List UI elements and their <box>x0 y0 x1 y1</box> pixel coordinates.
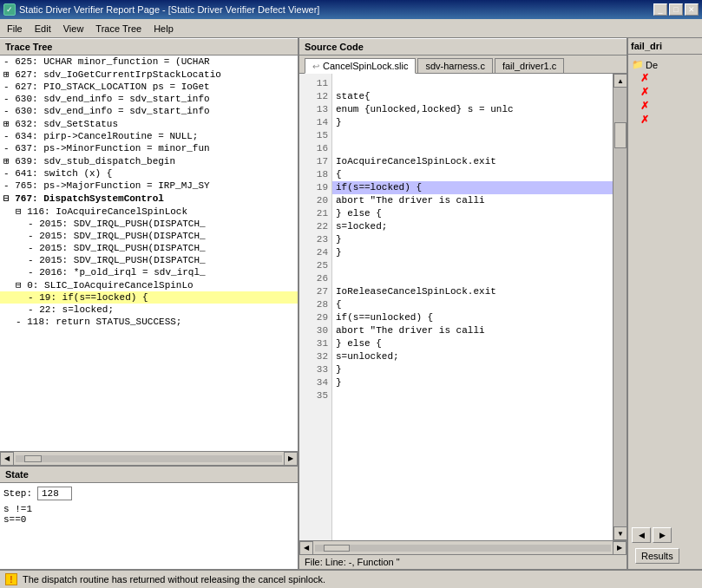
scroll-left-src-button[interactable]: ◀ <box>299 541 313 555</box>
scroll-right-button[interactable]: ▶ <box>284 452 298 466</box>
trace-item[interactable]: - 2015: SDV_IRQL_PUSH(DISPATCH_ <box>0 230 298 242</box>
trace-item[interactable]: - 2015: SDV_IRQL_PUSH(DISPATCH_ <box>0 254 298 266</box>
right-tree-item-2: ✗ <box>632 85 699 99</box>
line-number: 21 <box>299 207 331 220</box>
status-bar: ! The dispatch routine has returned with… <box>0 569 702 588</box>
tab-label-2: fail_driver1.c <box>502 61 556 71</box>
file-info: File: Line: -, Function " <box>299 554 627 569</box>
nav-right-button[interactable]: ▶ <box>653 527 672 543</box>
code-line: s=unlocked; <box>332 350 613 363</box>
trace-item[interactable]: - 634: pirp->CancelRoutine = NULL; <box>0 130 298 142</box>
trace-item[interactable]: - 2016: *p_old_irql = sdv_irql_ <box>0 266 298 278</box>
line-number: 26 <box>299 272 331 285</box>
menu-view[interactable]: View <box>58 22 89 36</box>
maximize-button[interactable]: □ <box>669 3 683 16</box>
close-button[interactable]: ✕ <box>685 3 699 16</box>
tab-icon-0: ↩ <box>312 62 319 71</box>
code-line: abort "The driver is calli <box>332 194 613 207</box>
menu-bar: File Edit View Trace Tree Help <box>0 19 702 38</box>
title-bar-buttons[interactable]: _ □ ✕ <box>653 3 699 16</box>
right-panel-header: fail_dri <box>628 38 702 55</box>
status-message: The dispatch routine has returned withou… <box>23 574 325 585</box>
code-line: { <box>332 168 613 181</box>
red-x-icon-4: ✗ <box>640 114 649 126</box>
middle-panel: Source Code ↩ CancelSpinLock.slic sdv-ha… <box>299 38 628 569</box>
line-number: 30 <box>299 324 331 337</box>
code-line: } <box>332 376 613 389</box>
scroll-down-button[interactable]: ▼ <box>613 526 627 540</box>
scroll-thumb[interactable] <box>24 455 42 462</box>
code-line: IoReleaseCancelSpinLock.exit <box>332 285 613 298</box>
src-scroll-thumb[interactable] <box>324 545 350 552</box>
line-number: 14 <box>299 116 331 129</box>
right-tree-label-0: De <box>646 60 658 70</box>
line-number: 31 <box>299 337 331 350</box>
trace-item[interactable]: - 627: PIO_STACK_LOCATION ps = IoGet <box>0 81 298 93</box>
trace-item[interactable]: - 118: return STATUS_SUCCESS; <box>0 316 298 328</box>
trace-item[interactable]: ⊞ 627: sdv_IoGetCurrentIrpStackLocatio <box>0 68 298 81</box>
code-line <box>332 77 613 90</box>
right-tree-title: fail_dri <box>631 41 662 51</box>
code-line: IoAcquireCancelSpinLock.exit <box>332 155 613 168</box>
trace-item[interactable]: ⊟ 116: IoAcquireCancelSpinLock <box>0 205 298 218</box>
source-tabs: ↩ CancelSpinLock.slic sdv-harness.c fail… <box>299 56 627 74</box>
source-scrollbar-h[interactable]: ◀ ▶ <box>299 540 627 554</box>
menu-file[interactable]: File <box>2 22 28 36</box>
trace-item[interactable]: - 637: ps->MinorFunction = minor_fun <box>0 142 298 154</box>
nav-left-button[interactable]: ◀ <box>632 527 651 543</box>
line-number: 16 <box>299 142 331 155</box>
line-number: 33 <box>299 363 331 376</box>
code-line: } <box>332 116 613 129</box>
line-numbers: 1112131415161718192021222324252627282930… <box>299 74 332 540</box>
minimize-button[interactable]: _ <box>653 3 667 16</box>
right-tree-item-1: ✗ <box>632 71 699 85</box>
code-line: } <box>332 246 613 259</box>
code-line <box>332 272 613 285</box>
results-button[interactable]: Results <box>635 548 679 564</box>
code-line: abort "The driver is calli <box>332 324 613 337</box>
tab-sdv-harness[interactable]: sdv-harness.c <box>417 58 492 73</box>
trace-item[interactable]: - 22: s=locked; <box>0 304 298 316</box>
trace-item[interactable]: - 630: sdv_end_info = sdv_start_info <box>0 105 298 117</box>
scroll-left-button[interactable]: ◀ <box>0 452 14 466</box>
trace-item[interactable]: - 641: switch (x) { <box>0 167 298 180</box>
menu-help[interactable]: Help <box>148 22 179 36</box>
tab-cancel-spinlock[interactable]: ↩ CancelSpinLock.slic <box>305 58 416 74</box>
scroll-track[interactable] <box>16 455 282 462</box>
trace-item[interactable]: - 2015: SDV_IRQL_PUSH(DISPATCH_ <box>0 218 298 230</box>
trace-tree[interactable]: - 625: UCHAR minor_function = (UCHAR⊞ 62… <box>0 56 298 451</box>
trace-item[interactable]: ⊟ 0: SLIC_IoAcquireCancelSpinLo <box>0 278 298 291</box>
line-number: 28 <box>299 298 331 311</box>
red-x-icon-1: ✗ <box>640 72 649 84</box>
source-scrollbar-v[interactable]: ▲ ▼ <box>613 74 627 540</box>
tab-fail-driver[interactable]: fail_driver1.c <box>495 58 564 73</box>
scroll-right-src-button[interactable]: ▶ <box>613 541 627 555</box>
code-line: } else { <box>332 207 613 220</box>
trace-item[interactable]: - 630: sdv_end_info = sdv_start_info <box>0 93 298 105</box>
code-line: if(s==unlocked) { <box>332 311 613 324</box>
step-label: Step: <box>3 488 32 499</box>
menu-trace-tree[interactable]: Trace Tree <box>90 22 147 36</box>
menu-edit[interactable]: Edit <box>30 22 56 36</box>
window-title: Static Driver Verifier Report Page - [St… <box>19 4 319 15</box>
scroll-up-button[interactable]: ▲ <box>613 74 627 88</box>
right-tree-folder: 📁 De <box>632 58 699 71</box>
trace-item[interactable]: - 2015: SDV_IRQL_PUSH(DISPATCH_ <box>0 242 298 254</box>
trace-item[interactable]: ⊟ 767: DispatchSystemControl <box>0 192 298 205</box>
right-tree-item-3: ✗ <box>632 99 699 113</box>
code-content[interactable]: state{ enum {unlocked,locked} s = unlc}I… <box>332 74 613 540</box>
code-line: } <box>332 233 613 246</box>
code-line <box>332 129 613 142</box>
trace-item[interactable]: - 765: ps->MajorFunction = IRP_MJ_SY <box>0 180 298 192</box>
code-line <box>332 389 613 402</box>
scroll-v-thumb[interactable] <box>614 122 627 148</box>
line-number: 15 <box>299 129 331 142</box>
src-scroll-track[interactable] <box>315 545 611 552</box>
trace-item[interactable]: ⊞ 632: sdv_SetStatus <box>0 117 298 130</box>
trace-item[interactable]: - 19: if(s==locked) { <box>0 291 298 304</box>
trace-item[interactable]: - 625: UCHAR minor_function = (UCHAR <box>0 56 298 68</box>
scroll-v-track[interactable] <box>613 88 627 526</box>
step-value: 128 <box>37 487 72 500</box>
code-line: { <box>332 298 613 311</box>
trace-item[interactable]: ⊞ 639: sdv_stub_dispatch_begin <box>0 154 298 167</box>
